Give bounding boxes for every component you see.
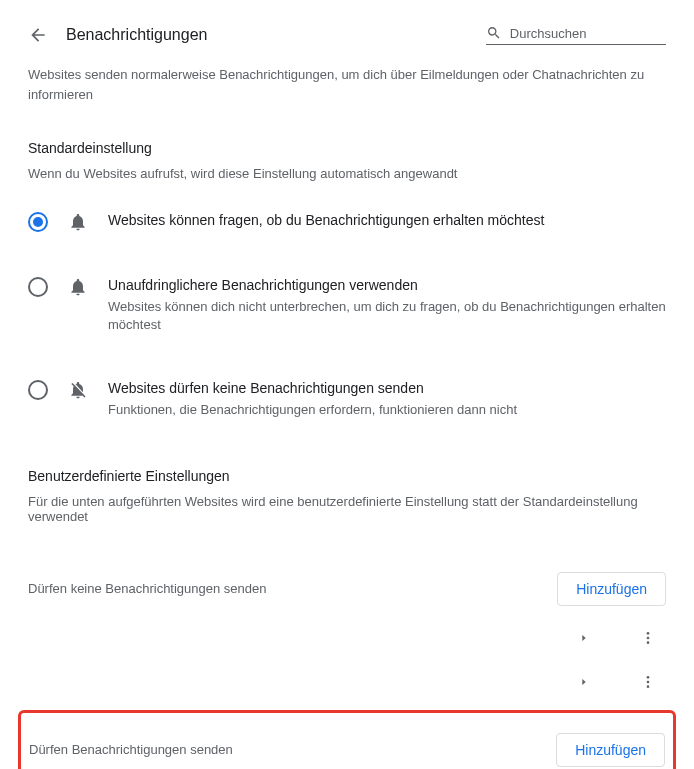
svg-point-1 (647, 636, 650, 639)
svg-point-0 (647, 632, 650, 635)
back-button[interactable] (28, 25, 48, 45)
search-input[interactable] (508, 25, 666, 42)
page-header: Benachrichtigungen (28, 16, 666, 65)
bell-icon (68, 212, 88, 232)
chevron-right-icon (579, 677, 589, 687)
site-row (28, 660, 666, 704)
radio-option-quiet[interactable]: Unaufdringlichere Benachrichtigungen ver… (28, 264, 666, 347)
custom-section-subtitle: Für die unten aufgeführten Websites wird… (28, 494, 666, 524)
allow-section-highlight: Dürfen Benachrichtigungen senden Hinzufü… (18, 710, 676, 769)
add-block-button[interactable]: Hinzufügen (557, 572, 666, 606)
svg-point-2 (647, 641, 650, 644)
more-vert-icon (640, 674, 656, 690)
block-list-title: Dürfen keine Benachrichtigungen senden (28, 581, 267, 596)
bell-icon (68, 277, 88, 297)
svg-point-4 (647, 680, 650, 683)
more-vert-icon (640, 630, 656, 646)
radio-label: Unaufdringlichere Benachrichtigungen ver… (108, 276, 666, 296)
radio-desc: Funktionen, die Benachrichtigungen erfor… (108, 401, 666, 420)
bell-off-icon (68, 380, 88, 400)
radio-option-block[interactable]: Websites dürfen keine Benachrichtigungen… (28, 367, 666, 431)
add-allow-button[interactable]: Hinzufügen (556, 733, 665, 767)
expand-arrow[interactable] (572, 670, 596, 694)
radio-desc: Websites können dich nicht unterbrechen,… (108, 298, 666, 336)
site-menu-button[interactable] (636, 670, 660, 694)
search-field[interactable] (486, 24, 666, 45)
radio-input[interactable] (28, 212, 48, 232)
allow-list-header: Dürfen Benachrichtigungen senden Hinzufü… (29, 723, 665, 769)
default-section-title: Standardeinstellung (28, 140, 666, 156)
site-row (28, 616, 666, 660)
search-icon (486, 24, 502, 42)
default-section-subtitle: Wenn du Websites aufrufst, wird diese Ei… (28, 166, 666, 181)
radio-option-ask[interactable]: Websites können fragen, ob du Benachrich… (28, 199, 666, 244)
radio-label: Websites dürfen keine Benachrichtigungen… (108, 379, 666, 399)
page-title: Benachrichtigungen (66, 26, 207, 44)
radio-label: Websites können fragen, ob du Benachrich… (108, 211, 666, 231)
radio-input[interactable] (28, 277, 48, 297)
intro-text: Websites senden normalerweise Benachrich… (28, 65, 666, 104)
block-list-header: Dürfen keine Benachrichtigungen senden H… (28, 562, 666, 616)
radio-input[interactable] (28, 380, 48, 400)
expand-arrow[interactable] (572, 626, 596, 650)
custom-section-title: Benutzerdefinierte Einstellungen (28, 468, 666, 484)
allow-list-title: Dürfen Benachrichtigungen senden (29, 742, 233, 757)
svg-point-3 (647, 676, 650, 679)
arrow-left-icon (28, 25, 48, 45)
chevron-right-icon (579, 633, 589, 643)
svg-point-5 (647, 685, 650, 688)
site-menu-button[interactable] (636, 626, 660, 650)
